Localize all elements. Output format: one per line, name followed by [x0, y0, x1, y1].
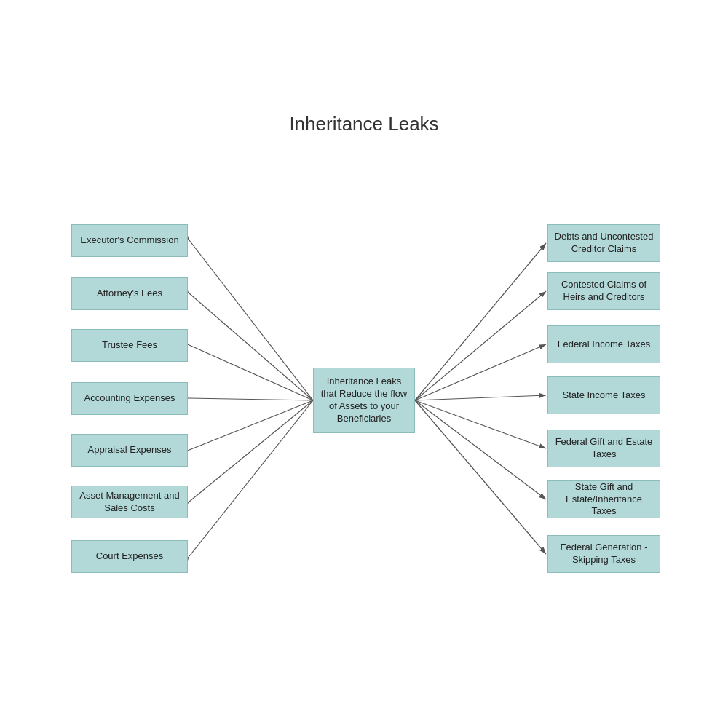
page-title: Inheritance Leaks — [0, 113, 728, 135]
svg-line-13 — [415, 400, 546, 448]
svg-line-4 — [189, 345, 313, 400]
left-node-trustee-fees: Trustee Fees — [71, 329, 188, 362]
diagram-container: Inheritance Leaks Inheritance Leaks that… — [0, 0, 728, 728]
svg-line-9 — [415, 243, 546, 400]
svg-line-15 — [415, 400, 546, 554]
svg-line-14 — [415, 400, 546, 499]
left-node-attorneys-fees: Attorney's Fees — [71, 277, 188, 310]
svg-line-10 — [415, 291, 546, 400]
svg-line-2 — [189, 240, 313, 400]
arrows-svg — [0, 0, 728, 728]
center-node: Inheritance Leaks that Reduce the flow o… — [313, 368, 415, 433]
right-node-contested-claims: Contested Claims of Heirs and Creditors — [547, 272, 660, 310]
left-node-executors-commission: Executor's Commission — [71, 224, 188, 257]
svg-line-5 — [189, 398, 313, 400]
svg-line-6 — [189, 400, 313, 450]
right-node-federal-gift: Federal Gift and Estate Taxes — [547, 430, 660, 467]
right-node-state-gift: State Gift and Estate/Inheritance Taxes — [547, 480, 660, 518]
left-node-asset-management: Asset Management and Sales Costs — [71, 486, 188, 518]
right-node-state-income: State Income Taxes — [547, 376, 660, 414]
left-node-court-expenses: Court Expenses — [71, 540, 188, 573]
left-node-appraisal-expenses: Appraisal Expenses — [71, 434, 188, 467]
svg-line-12 — [415, 395, 546, 400]
right-node-federal-income: Federal Income Taxes — [547, 325, 660, 363]
left-node-accounting-expenses: Accounting Expenses — [71, 382, 188, 415]
svg-line-11 — [415, 344, 546, 400]
svg-line-3 — [189, 293, 313, 400]
svg-line-8 — [189, 400, 313, 556]
right-node-debts-creditor: Debts and Uncontested Creditor Claims — [547, 224, 660, 262]
svg-line-7 — [189, 400, 313, 502]
right-node-federal-generation: Federal Generation - Skipping Taxes — [547, 535, 660, 573]
